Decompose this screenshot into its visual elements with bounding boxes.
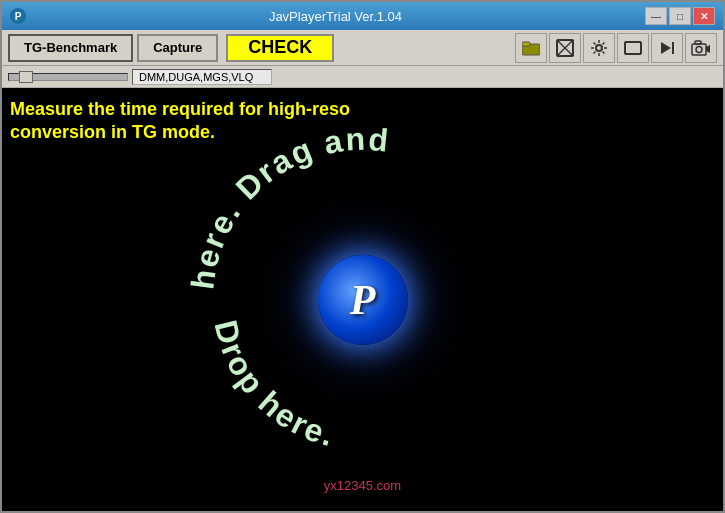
- format-label: DMM,DUGA,MGS,VLQ: [132, 69, 272, 85]
- drop-area[interactable]: here. Drag and Drop here. P: [2, 88, 723, 511]
- svg-rect-1: [522, 42, 530, 46]
- main-window: P JavPlayerTrial Ver.1.04 — □ ✕ TG-Bench…: [0, 0, 725, 513]
- svg-point-5: [596, 45, 602, 51]
- svg-rect-9: [692, 44, 706, 55]
- info-line-1: Measure the time required for high-reso: [10, 98, 350, 121]
- svg-rect-11: [695, 41, 701, 44]
- sub-toolbar: DMM,DUGA,MGS,VLQ: [2, 66, 723, 88]
- capture-tab[interactable]: Capture: [137, 34, 218, 62]
- maximize-button[interactable]: □: [669, 7, 691, 25]
- window-title: JavPlayerTrial Ver.1.04: [26, 9, 645, 24]
- app-icon: P: [10, 8, 26, 24]
- title-bar: P JavPlayerTrial Ver.1.04 — □ ✕: [2, 2, 723, 30]
- svg-rect-8: [672, 42, 674, 54]
- svg-point-10: [696, 46, 702, 52]
- info-text: Measure the time required for high-reso …: [10, 98, 350, 145]
- slider-track[interactable]: [8, 73, 128, 81]
- svg-rect-6: [625, 42, 641, 54]
- logo-letter: P: [350, 276, 376, 324]
- main-toolbar: TG-Benchmark Capture CHECK: [2, 30, 723, 66]
- close-button[interactable]: ✕: [693, 7, 715, 25]
- circular-container: here. Drag and Drop here. P: [173, 110, 553, 490]
- toolbar-icons: [515, 33, 717, 63]
- tg-benchmark-tab[interactable]: TG-Benchmark: [8, 34, 133, 62]
- camera-icon[interactable]: [685, 33, 717, 63]
- info-line-2: conversion in TG mode.: [10, 121, 350, 144]
- settings-icon[interactable]: [583, 33, 615, 63]
- check-button[interactable]: CHECK: [226, 34, 334, 62]
- main-content: Measure the time required for high-reso …: [2, 88, 723, 511]
- svg-text:Drop here.: Drop here.: [207, 316, 338, 453]
- fullscreen-icon[interactable]: [549, 33, 581, 63]
- svg-marker-7: [661, 42, 671, 54]
- window-resize-icon[interactable]: [617, 33, 649, 63]
- folder-icon[interactable]: [515, 33, 547, 63]
- minimize-button[interactable]: —: [645, 7, 667, 25]
- window-controls: — □ ✕: [645, 7, 715, 25]
- watermark: yx12345.com: [324, 478, 401, 493]
- forward-icon[interactable]: [651, 33, 683, 63]
- slider-thumb[interactable]: [19, 71, 33, 83]
- app-logo: P: [318, 255, 408, 345]
